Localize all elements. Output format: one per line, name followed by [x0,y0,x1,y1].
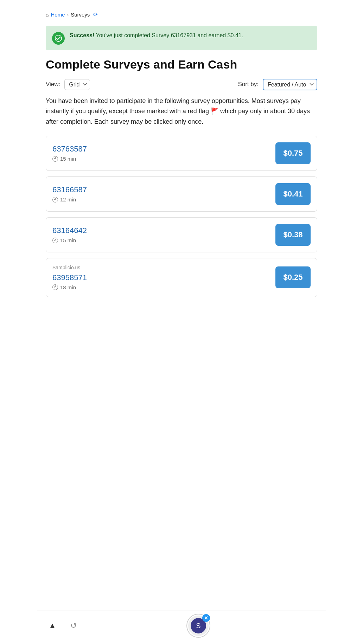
bottom-nav: ▲ ↺ S ✕ [37,611,326,644]
clock-icon-0 [52,156,58,162]
earn-btn-3[interactable]: $0.25 [275,266,311,288]
nav-close-badge[interactable]: ✕ [202,614,210,622]
nav-center-area: S ✕ [187,614,210,637]
survey-info-3: Samplicio.us 63958571 18 min [52,265,87,290]
red-flag-icon: 🚩 [211,106,218,117]
survey-id-3[interactable]: 63958571 [52,273,87,282]
success-detail: You've just completed Survey 63167931 an… [94,32,243,38]
survey-card-2: 63164642 15 min $0.38 [46,217,317,252]
success-bold: Success! [70,32,94,38]
nav-circle-button[interactable]: S ✕ [187,614,210,637]
page-title: Complete Surveys and Earn Cash [46,57,317,72]
clock-icon-2 [52,238,58,243]
view-label: View: [46,81,60,88]
breadcrumb: ⌂ Home › Surveys ⟳ [46,6,317,22]
breadcrumb-refresh-icon[interactable]: ⟳ [93,11,98,18]
svg-point-0 [55,35,62,41]
clock-icon-1 [52,197,58,202]
controls-row: View: Grid List Sort by: Featured / Auto… [46,79,317,90]
survey-time-label-0: 15 min [60,156,76,162]
nav-up-button[interactable]: ▲ [46,618,59,633]
survey-info-0: 63763587 15 min [52,144,87,162]
success-text: Success! You've just completed Survey 63… [70,31,243,40]
sort-label: Sort by: [238,81,259,88]
survey-time-2: 15 min [52,237,87,243]
survey-source-3: Samplicio.us [52,265,87,270]
view-select[interactable]: Grid List [64,79,90,90]
clock-icon-3 [52,284,58,290]
breadcrumb-current: Surveys [71,12,90,18]
home-icon: ⌂ [46,12,49,18]
survey-info-1: 63166587 12 min [52,185,87,202]
survey-info-2: 63164642 15 min [52,226,87,243]
survey-time-0: 15 min [52,156,87,162]
survey-card-1: 63166587 12 min $0.41 [46,176,317,212]
survey-id-2[interactable]: 63164642 [52,226,87,235]
survey-time-label-3: 18 min [60,284,76,290]
survey-time-label-1: 12 min [60,197,76,202]
survey-time-1: 12 min [52,197,87,202]
earn-btn-0[interactable]: $0.75 [275,142,311,164]
earn-btn-1[interactable]: $0.41 [275,183,311,205]
survey-list: 63763587 15 min $0.75 63166587 12 min $0… [46,136,317,297]
home-link[interactable]: Home [51,12,65,18]
survey-card-3: Samplicio.us 63958571 18 min $0.25 [46,258,317,297]
breadcrumb-separator: › [67,12,69,18]
earn-btn-2[interactable]: $0.38 [275,224,311,246]
survey-description: You have been invited to participate in … [46,96,317,127]
survey-id-0[interactable]: 63763587 [52,144,87,154]
success-icon [52,32,65,45]
survey-id-1[interactable]: 63166587 [52,185,87,194]
survey-card-0: 63763587 15 min $0.75 [46,136,317,171]
success-banner: Success! You've just completed Survey 63… [46,26,317,50]
survey-time-label-2: 15 min [60,237,76,243]
survey-time-3: 18 min [52,284,87,290]
nav-refresh-button[interactable]: ↺ [68,618,79,633]
sort-select[interactable]: Featured / Auto Highest Pay Shortest Tim… [263,79,317,90]
